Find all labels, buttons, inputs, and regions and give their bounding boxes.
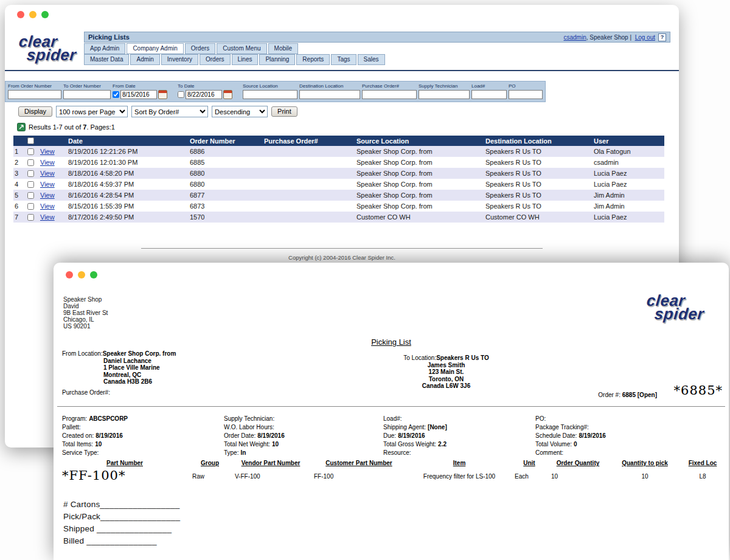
row-checkbox[interactable]	[27, 159, 34, 166]
view-link[interactable]: View	[40, 170, 55, 177]
view-link[interactable]: View	[40, 159, 55, 166]
tab[interactable]: Orders	[185, 43, 216, 54]
row-checkbox-cell	[23, 203, 38, 210]
cell-source-location: Speaker Shop Corp. from	[354, 202, 483, 210]
row-number: 7	[13, 213, 23, 221]
zoom-button[interactable]	[41, 11, 49, 18]
logout-link[interactable]: Log out	[635, 34, 655, 41]
row-checkbox[interactable]	[27, 192, 34, 199]
row-checkbox[interactable]	[27, 203, 34, 210]
sort-by-select[interactable]: Sort By Order#	[131, 106, 208, 117]
tab[interactable]: Planning	[259, 54, 295, 65]
tab[interactable]: Admin	[130, 54, 159, 65]
details-column-2: Supply Technician:W.O. Labor Hours:Order…	[224, 415, 383, 457]
cell-source-location: Speaker Shop Corp. from	[354, 181, 483, 188]
minimize-button[interactable]	[78, 271, 85, 278]
detail-field: Shipping Agent:[None]	[383, 423, 535, 432]
detail-field: Due:8/19/2016	[383, 432, 535, 440]
tab[interactable]: Company Admin	[127, 43, 183, 54]
tab[interactable]: Tags	[331, 54, 356, 65]
cell-item: Frequency filter for LS-100	[408, 468, 511, 480]
supply-technician-input[interactable]	[419, 90, 470, 99]
view-link[interactable]: View	[40, 202, 55, 210]
col-header-order-number[interactable]: Order Number	[187, 137, 262, 145]
cell-date: 8/17/2016 2:49:50 PM	[66, 213, 187, 221]
tab[interactable]: Master Data	[84, 54, 129, 65]
tab[interactable]: Reports	[296, 54, 330, 65]
to-date-input[interactable]	[186, 90, 222, 99]
zoom-button[interactable]	[90, 271, 97, 278]
cell-date: 8/19/2016 12:01:30 PM	[66, 159, 187, 166]
row-checkbox-cell	[23, 192, 38, 199]
filter-label: Source Location	[243, 83, 297, 89]
tab[interactable]: Inventory	[161, 54, 198, 65]
view-link[interactable]: View	[40, 213, 55, 221]
address-line: Daniel Lachance	[103, 358, 176, 365]
results-text: Results 1-7 out of 7. Pages:1	[29, 123, 115, 131]
cell-destination-location: Speakers R Us TO	[483, 192, 591, 199]
to-location-name: Speakers R Us TO	[436, 354, 489, 361]
cell-date: 8/16/2016 4:28:54 PM	[66, 192, 187, 199]
tab[interactable]: Orders	[200, 54, 231, 65]
close-button[interactable]	[17, 11, 24, 18]
col-header-source-location[interactable]: Source Location	[354, 137, 483, 145]
load-input[interactable]	[471, 90, 507, 99]
minimize-button[interactable]	[29, 11, 36, 18]
row-checkbox[interactable]	[27, 214, 34, 221]
row-number: 5	[13, 192, 23, 199]
table-row: 6 View 8/15/2016 1:55:39 PM 6873 Speaker…	[13, 201, 664, 212]
tab[interactable]: App Admin	[84, 43, 125, 54]
tab[interactable]: Custom Menu	[217, 43, 266, 54]
export-excel-icon[interactable]	[17, 123, 26, 131]
destination-location-input[interactable]	[299, 90, 360, 99]
from-order-number-input[interactable]	[8, 90, 61, 99]
rows-per-page-select[interactable]: 100 rows per Page	[56, 106, 128, 117]
source-location-input[interactable]	[243, 90, 297, 99]
to-date-checkbox[interactable]	[178, 91, 184, 98]
view-link[interactable]: View	[40, 148, 55, 155]
display-button[interactable]: Display	[18, 106, 52, 117]
to-order-number-input[interactable]	[63, 90, 111, 99]
tab[interactable]: Sales	[358, 54, 385, 65]
print-button[interactable]: Print	[271, 106, 297, 117]
row-checkbox-cell	[23, 148, 38, 155]
logo-text-spider: spider	[26, 49, 77, 62]
row-checkbox[interactable]	[27, 170, 34, 177]
details-column-4: PO:Package Tracking#:Schedule Date:8/19/…	[535, 415, 726, 457]
address-line: Canada H3B 2B6	[103, 378, 176, 385]
po-input[interactable]	[509, 90, 543, 99]
table-row: 5 View 8/16/2016 4:28:54 PM 6877 Speaker…	[13, 190, 664, 201]
col-header-purchase-order[interactable]: Purchase Order#	[262, 137, 354, 145]
calendar-icon[interactable]	[223, 90, 232, 99]
header-divider	[5, 70, 679, 71]
tab[interactable]: Mobile	[268, 43, 298, 54]
calendar-icon[interactable]	[158, 90, 167, 99]
purchase-order-input[interactable]	[362, 90, 417, 99]
select-all-checkbox[interactable]	[27, 137, 34, 144]
tab[interactable]: Lines	[232, 54, 259, 65]
row-checkbox-cell	[23, 181, 38, 188]
col-header-destination-location[interactable]: Destination Location	[483, 137, 591, 145]
from-date-input[interactable]	[120, 90, 157, 99]
cell-vendor-part-number: V-FF-100	[231, 468, 310, 480]
col-header-date[interactable]: Date	[66, 137, 187, 145]
from-date-checkbox[interactable]	[113, 91, 119, 98]
cell-destination-location: Customer CO WH	[483, 213, 591, 221]
primary-tabs: App AdminCompany AdminOrdersCustom MenuM…	[84, 43, 298, 54]
cell-date: 8/19/2016 12:21:26 PM	[66, 148, 187, 155]
close-button[interactable]	[66, 271, 73, 278]
row-checkbox[interactable]	[27, 148, 34, 155]
row-checkbox-cell	[23, 159, 38, 166]
help-icon[interactable]: ?	[658, 33, 666, 41]
row-checkbox[interactable]	[27, 181, 34, 188]
list-controls: Display 100 rows per Page Sort By Order#…	[18, 106, 297, 117]
col-header-user[interactable]: User	[591, 137, 664, 145]
detail-field: Type:In	[224, 449, 383, 457]
view-link[interactable]: View	[40, 181, 55, 188]
detail-field: Total Volume:0	[535, 440, 726, 449]
address-line: 123 Main St.	[387, 368, 506, 376]
user-link[interactable]: csadmin	[564, 34, 586, 41]
view-link[interactable]: View	[40, 192, 55, 199]
sort-direction-select[interactable]: Descending	[212, 106, 268, 117]
address-line: Montreal, QC	[103, 372, 176, 379]
